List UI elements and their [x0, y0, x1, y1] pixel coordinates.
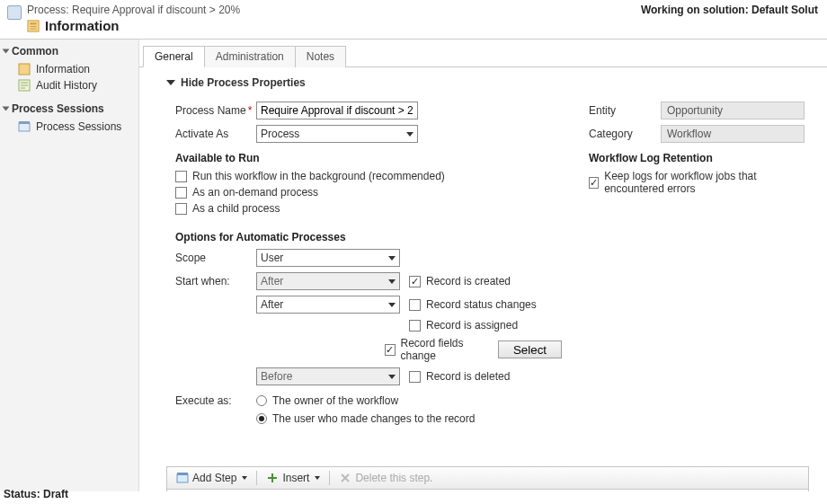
caret-down-icon — [242, 476, 247, 480]
properties-right: Entity Opportunity Category Workflow Wor… — [589, 102, 809, 430]
start-when-after1-value: After — [261, 275, 283, 287]
sidebar: Common Information Audit History Process… — [0, 40, 139, 491]
insert-button[interactable]: Insert — [262, 470, 324, 486]
child-process-row: As a child process — [175, 202, 562, 215]
keep-logs-label: Keep logs for workflow jobs that encount… — [604, 170, 809, 195]
record-deleted-checkbox[interactable] — [409, 371, 421, 383]
properties-left: Process Name* Activate As Process Availa… — [166, 102, 562, 430]
execute-as-user-label: The user who made changes to the record — [272, 412, 475, 425]
run-background-checkbox[interactable] — [175, 171, 187, 182]
execute-as-owner-radio[interactable] — [256, 395, 267, 406]
activate-as-row: Activate As Process — [175, 125, 562, 143]
toolbar-divider — [256, 471, 257, 485]
child-process-label: As a child process — [192, 202, 280, 215]
sidebar-item-information[interactable]: Information — [4, 61, 135, 77]
sidebar-header-process-sessions[interactable]: Process Sessions — [4, 102, 135, 115]
header-left: Process: Require Approval if discount > … — [7, 4, 240, 33]
execute-as-row2: The user who made changes to the record — [175, 412, 562, 425]
on-demand-checkbox[interactable] — [175, 187, 187, 199]
entity-label: Entity — [589, 104, 661, 117]
toolbar-divider — [329, 471, 330, 485]
on-demand-row: As an on-demand process — [175, 186, 562, 199]
tab-administration[interactable]: Administration — [204, 46, 296, 67]
add-step-button[interactable]: Add Step — [173, 470, 251, 486]
activate-as-value: Process — [261, 128, 299, 140]
sidebar-item-audit-history[interactable]: Audit History — [4, 77, 135, 93]
add-step-label: Add Step — [192, 472, 236, 484]
svg-rect-7 — [19, 121, 30, 124]
scope-label: Scope — [175, 252, 256, 264]
available-to-run-title: Available to Run — [175, 152, 562, 164]
header-titles: Process: Require Approval if discount > … — [27, 4, 240, 33]
steps-toolbar: Add Step Insert Delete this step. — [167, 467, 808, 490]
sidebar-section-process-sessions: Process Sessions Process Sessions — [4, 102, 135, 135]
sidebar-item-process-sessions[interactable]: Process Sessions — [4, 119, 135, 135]
sidebar-item-label: Audit History — [36, 79, 97, 92]
start-when-row2: After Record status changes — [175, 296, 562, 314]
svg-rect-3 — [31, 28, 37, 29]
sidebar-item-label: Process Sessions — [36, 120, 121, 133]
record-deleted-label: Record is deleted — [426, 370, 510, 383]
sidebar-header-common[interactable]: Common — [4, 45, 135, 57]
start-when-row4: Record fields change Select — [175, 337, 562, 362]
step-body: If Opportunity:Opportunity Discount (%) … — [167, 490, 808, 491]
working-on-solution: Working on solution: Default Solut — [641, 4, 820, 16]
scope-value: User — [261, 252, 283, 264]
start-when-after2-value: After — [261, 298, 283, 311]
steps-region: Add Step Insert Delete this step. — [166, 466, 809, 491]
start-when-after1-select: After — [256, 272, 400, 290]
category-field: Workflow — [661, 125, 805, 143]
keep-logs-row: Keep logs for workflow jobs that encount… — [589, 170, 809, 195]
tab-content: Hide Process Properties Process Name* Ac… — [139, 67, 827, 491]
properties-columns: Process Name* Activate As Process Availa… — [166, 102, 809, 430]
child-process-checkbox[interactable] — [175, 203, 187, 215]
add-step-icon — [176, 472, 189, 484]
chevron-down-icon — [406, 132, 414, 137]
delete-step-button: Delete this step. — [335, 470, 436, 486]
chevron-down-icon — [388, 256, 396, 261]
chevron-down-icon — [166, 80, 175, 85]
information-row: Information — [27, 18, 240, 33]
tab-notes[interactable]: Notes — [295, 46, 346, 67]
log-retention-title: Workflow Log Retention — [589, 152, 809, 164]
delete-step-label: Delete this step. — [355, 472, 432, 484]
execute-as-label: Execute as: — [175, 394, 256, 407]
sidebar-header-label: Process Sessions — [12, 102, 104, 115]
process-icon — [7, 5, 22, 20]
hide-process-properties-toggle[interactable]: Hide Process Properties — [166, 76, 809, 89]
start-when-after2-select[interactable]: After — [256, 296, 400, 314]
process-name-input[interactable] — [256, 102, 418, 119]
record-created-checkbox[interactable] — [409, 276, 421, 287]
execute-as-user-radio[interactable] — [256, 413, 267, 424]
svg-rect-8 — [177, 474, 188, 482]
execute-as-row1: Execute as: The owner of the workflow — [175, 394, 562, 407]
record-fields-checkbox[interactable] — [385, 344, 396, 356]
delete-icon — [339, 472, 351, 484]
tab-general[interactable]: General — [143, 46, 205, 67]
select-fields-button[interactable]: Select — [498, 340, 562, 358]
insert-label: Insert — [282, 472, 309, 484]
record-assigned-label: Record is assigned — [426, 319, 518, 332]
main: General Administration Notes Hide Proces… — [139, 40, 827, 491]
audit-icon — [18, 79, 31, 92]
start-when-before-value: Before — [261, 370, 292, 383]
caret-down-icon — [315, 476, 320, 480]
svg-rect-9 — [177, 473, 188, 475]
options-automatic-title: Options for Automatic Processes — [175, 231, 562, 243]
activate-as-select[interactable]: Process — [256, 125, 418, 143]
svg-rect-4 — [19, 64, 30, 75]
sidebar-header-label: Common — [12, 45, 58, 57]
scope-select[interactable]: User — [256, 249, 400, 267]
keep-logs-checkbox[interactable] — [589, 177, 599, 189]
category-row: Category Workflow — [589, 125, 809, 143]
body: Common Information Audit History Process… — [0, 40, 827, 491]
information-label: Information — [45, 18, 120, 33]
activate-as-label: Activate As — [175, 128, 256, 140]
record-status-checkbox[interactable] — [409, 299, 421, 311]
sessions-icon — [18, 120, 31, 133]
record-assigned-checkbox[interactable] — [409, 320, 421, 332]
record-status-label: Record status changes — [426, 298, 537, 311]
expand-icon — [3, 107, 10, 111]
tab-bar: General Administration Notes — [139, 45, 827, 67]
svg-rect-6 — [19, 123, 30, 131]
